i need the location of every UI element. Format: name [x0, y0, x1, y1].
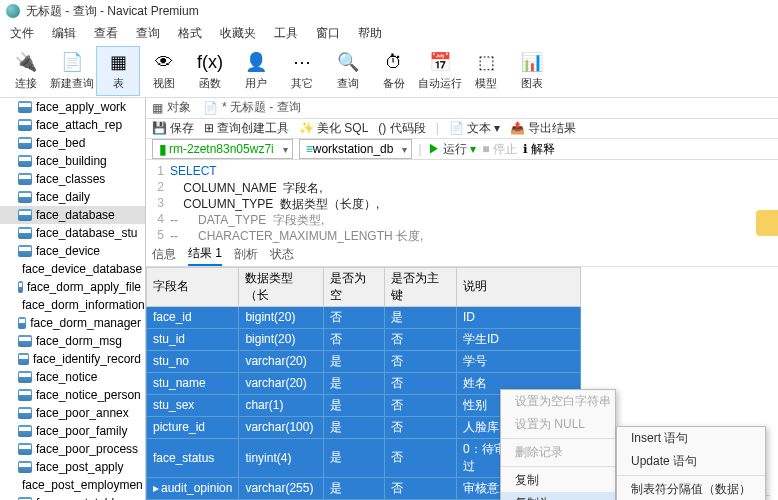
tool-表[interactable]: ▦表 [96, 46, 140, 96]
table-face_poor_process[interactable]: face_poor_process [0, 440, 145, 458]
table-face_database_stu[interactable]: face_database_stu [0, 224, 145, 242]
tool-自动运行[interactable]: 📅自动运行 [418, 46, 462, 96]
table-face_dorm_manager[interactable]: face_dorm_manager [0, 314, 145, 332]
grid-cell[interactable]: stu_name [147, 372, 239, 394]
tab-status[interactable]: 状态 [270, 246, 294, 263]
text-button[interactable]: 📄 文本 ▾ [449, 120, 500, 137]
grid-cell[interactable]: 否 [384, 394, 456, 416]
tool-模型[interactable]: ⬚模型 [464, 46, 508, 96]
tool-连接[interactable]: 🔌连接 [4, 46, 48, 96]
table-face_notice[interactable]: face_notice [0, 368, 145, 386]
database-select[interactable]: ≡ workstation_db [299, 139, 413, 159]
update-stmt-item[interactable]: Update 语句 [617, 450, 765, 473]
grid-cell[interactable]: 学生ID [456, 328, 580, 350]
tool-查询[interactable]: 🔍查询 [326, 46, 370, 96]
grid-cell[interactable]: 否 [384, 416, 456, 438]
builder-button[interactable]: ⊞ 查询创建工具 [204, 120, 289, 137]
tab-query[interactable]: 📄* 无标题 - 查询 [203, 99, 301, 116]
menu-收藏夹[interactable]: 收藏夹 [216, 23, 260, 44]
grid-cell[interactable]: varchar(100) [239, 416, 324, 438]
tab-profile[interactable]: 剖析 [234, 246, 258, 263]
table-face_poor_annex[interactable]: face_poor_annex [0, 404, 145, 422]
col-header[interactable]: 是否为空 [324, 267, 384, 306]
grid-cell[interactable]: 否 [384, 438, 456, 477]
grid-cell[interactable]: 是 [324, 477, 384, 499]
table-face_device_database[interactable]: face_device_database [0, 260, 145, 278]
grid-cell[interactable]: stu_id [147, 328, 239, 350]
table-face_dorm_information[interactable]: face_dorm_information [0, 296, 145, 314]
grid-cell[interactable]: 是 [324, 394, 384, 416]
grid-cell[interactable]: face_status [147, 438, 239, 477]
export-button[interactable]: 📤 导出结果 [510, 120, 576, 137]
sql-editor[interactable]: 1SELECT2 COLUMN_NAME 字段名,3 COLUMN_TYPE 数… [146, 160, 778, 243]
grid-cell[interactable]: 否 [324, 306, 384, 328]
table-face_poor_family[interactable]: face_poor_family [0, 422, 145, 440]
menu-文件[interactable]: 文件 [6, 23, 38, 44]
grid-cell[interactable]: tinyint(4) [239, 438, 324, 477]
table-face_classes[interactable]: face_classes [0, 170, 145, 188]
grid-cell[interactable]: ID [456, 306, 580, 328]
set-blank-item[interactable]: 设置为空白字符串 [501, 390, 615, 413]
tsv-data-item[interactable]: 制表符分隔值（数据） [617, 478, 765, 500]
grid-cell[interactable]: 否 [384, 372, 456, 394]
table-face_database[interactable]: face_database [0, 206, 145, 224]
tool-备份[interactable]: ⏱备份 [372, 46, 416, 96]
menu-帮助[interactable]: 帮助 [354, 23, 386, 44]
grid-cell[interactable]: 否 [384, 328, 456, 350]
table-face_daily[interactable]: face_daily [0, 188, 145, 206]
menu-工具[interactable]: 工具 [270, 23, 302, 44]
col-header[interactable]: 数据类型（长 [239, 267, 324, 306]
table-face_post_employmen[interactable]: face_post_employmen [0, 476, 145, 494]
table-face_dorm_msg[interactable]: face_dorm_msg [0, 332, 145, 350]
grid-cell[interactable]: 否 [324, 328, 384, 350]
explain-button[interactable]: ℹ 解释 [523, 141, 555, 158]
copy-item[interactable]: 复制 [501, 469, 615, 492]
menu-查看[interactable]: 查看 [90, 23, 122, 44]
tool-图表[interactable]: 📊图表 [510, 46, 554, 96]
grid-cell[interactable]: stu_no [147, 350, 239, 372]
grid-cell[interactable]: 否 [384, 350, 456, 372]
grid-cell[interactable]: 是 [324, 350, 384, 372]
grid-cell[interactable]: 否 [384, 477, 456, 499]
grid-cell[interactable]: 学号 [456, 350, 580, 372]
col-header[interactable]: 字段名 [147, 267, 239, 306]
menu-编辑[interactable]: 编辑 [48, 23, 80, 44]
snippet-button[interactable]: () 代码段 [378, 120, 425, 137]
grid-cell[interactable]: char(1) [239, 394, 324, 416]
grid-cell[interactable]: 是 [324, 416, 384, 438]
grid-cell[interactable]: audit_opinion [147, 477, 239, 499]
run-button[interactable]: ▶ 运行 ▾ [428, 141, 477, 158]
grid-cell[interactable]: varchar(20) [239, 372, 324, 394]
tool-用户[interactable]: 👤用户 [234, 46, 278, 96]
beautify-button[interactable]: ✨ 美化 SQL [299, 120, 368, 137]
table-face_attach_rep[interactable]: face_attach_rep [0, 116, 145, 134]
grid-cell[interactable]: 是 [324, 372, 384, 394]
grid-cell[interactable]: stu_sex [147, 394, 239, 416]
tool-新建查询[interactable]: 📄新建查询 [50, 46, 94, 96]
tool-其它[interactable]: ⋯其它 [280, 46, 324, 96]
col-header[interactable]: 是否为主键 [384, 267, 456, 306]
tool-函数[interactable]: f(x)函数 [188, 46, 232, 96]
server-select[interactable]: ▮rm-2zetn83n05wz7i [152, 139, 293, 159]
menu-查询[interactable]: 查询 [132, 23, 164, 44]
copy-as-item[interactable]: 复制为 [501, 492, 615, 500]
table-face_post_apply[interactable]: face_post_apply [0, 458, 145, 476]
table-face_building[interactable]: face_building [0, 152, 145, 170]
grid-cell[interactable]: bigint(20) [239, 306, 324, 328]
table-face_dorm_apply_file[interactable]: face_dorm_apply_file [0, 278, 145, 296]
grid-cell[interactable]: bigint(20) [239, 328, 324, 350]
grid-cell[interactable]: 是 [384, 306, 456, 328]
grid-cell[interactable]: varchar(20) [239, 350, 324, 372]
menu-窗口[interactable]: 窗口 [312, 23, 344, 44]
menu-格式[interactable]: 格式 [174, 23, 206, 44]
table-face_device[interactable]: face_device [0, 242, 145, 260]
tool-视图[interactable]: 👁视图 [142, 46, 186, 96]
set-null-item[interactable]: 设置为 NULL [501, 413, 615, 436]
grid-cell[interactable]: face_id [147, 306, 239, 328]
insert-stmt-item[interactable]: Insert 语句 [617, 427, 765, 450]
tab-objects[interactable]: ▦对象 [152, 99, 191, 116]
table-face_bed[interactable]: face_bed [0, 134, 145, 152]
tab-result[interactable]: 结果 1 [188, 242, 222, 266]
table-face_apply_work[interactable]: face_apply_work [0, 98, 145, 116]
save-button[interactable]: 💾 保存 [152, 120, 194, 137]
